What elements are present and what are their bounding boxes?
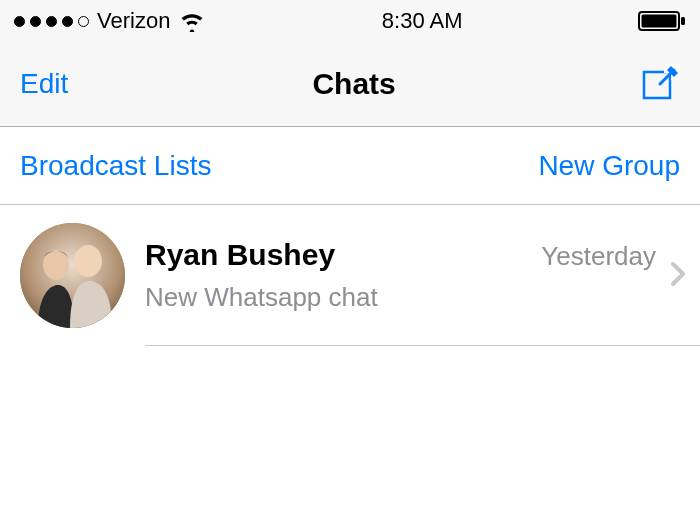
battery-icon bbox=[638, 10, 686, 32]
avatar bbox=[20, 223, 125, 328]
wifi-icon bbox=[178, 10, 206, 32]
page-title: Chats bbox=[312, 67, 395, 101]
chat-preview: New Whatsapp chat bbox=[145, 282, 690, 313]
new-group-button[interactable]: New Group bbox=[538, 150, 680, 182]
chat-time: Yesterday bbox=[541, 241, 656, 272]
svg-rect-2 bbox=[681, 17, 685, 25]
status-time: 8:30 AM bbox=[382, 8, 463, 34]
carrier-label: Verizon bbox=[97, 8, 170, 34]
chat-header-line: Ryan Bushey Yesterday bbox=[145, 238, 690, 272]
status-bar: Verizon 8:30 AM bbox=[0, 0, 700, 42]
compose-icon bbox=[640, 64, 680, 104]
svg-point-6 bbox=[74, 245, 102, 277]
compose-button[interactable] bbox=[640, 64, 680, 104]
chat-name: Ryan Bushey bbox=[145, 238, 335, 272]
chevron-right-icon bbox=[670, 261, 686, 291]
chat-content: Ryan Bushey Yesterday New Whatsapp chat bbox=[145, 238, 690, 313]
svg-rect-1 bbox=[641, 15, 676, 28]
screen: Verizon 8:30 AM Edit Chats bbox=[0, 0, 700, 525]
edit-button[interactable]: Edit bbox=[20, 68, 68, 100]
chat-list: Ryan Bushey Yesterday New Whatsapp chat bbox=[0, 205, 700, 346]
subheader: Broadcast Lists New Group bbox=[0, 127, 700, 205]
nav-bar: Edit Chats bbox=[0, 42, 700, 127]
status-left: Verizon bbox=[14, 8, 206, 34]
row-divider bbox=[145, 345, 700, 346]
chat-row[interactable]: Ryan Bushey Yesterday New Whatsapp chat bbox=[0, 205, 700, 346]
svg-point-5 bbox=[43, 250, 69, 280]
signal-strength-icon bbox=[14, 16, 89, 27]
broadcast-lists-button[interactable]: Broadcast Lists bbox=[20, 150, 211, 182]
